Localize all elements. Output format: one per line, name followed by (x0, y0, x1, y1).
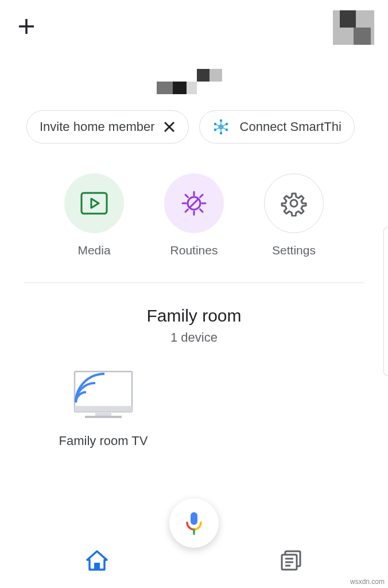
svg-line-27 (200, 195, 203, 198)
routines-label: Routines (170, 243, 218, 257)
svg-line-24 (185, 195, 188, 198)
watermark: wsxdn.com (350, 578, 385, 586)
edge-indicator (383, 227, 388, 376)
svg-line-19 (189, 199, 199, 208)
smartthings-icon (212, 118, 230, 136)
feed-icon (280, 549, 302, 572)
device-grid: Family room TV (0, 345, 388, 448)
svg-rect-31 (95, 413, 111, 416)
add-button[interactable] (16, 16, 37, 39)
media-button[interactable]: Media (64, 173, 124, 257)
nav-home[interactable] (0, 533, 194, 588)
divider (24, 283, 364, 283)
bottom-nav (0, 533, 388, 588)
svg-rect-35 (94, 563, 100, 570)
chip-connect-smartthings[interactable]: Connect SmartThi (199, 110, 355, 144)
svg-line-25 (200, 210, 203, 212)
svg-rect-33 (191, 512, 197, 525)
microphone-icon (184, 511, 204, 535)
avatar[interactable] (333, 10, 374, 45)
device-family-room-tv[interactable]: Family room TV (46, 370, 161, 448)
gear-icon (281, 190, 307, 216)
svg-rect-32 (85, 416, 122, 418)
device-label: Family room TV (59, 434, 148, 448)
routines-button[interactable]: Routines (164, 173, 224, 257)
routines-icon (179, 188, 209, 218)
suggestion-chips: Invite home member Connect SmartThi (0, 110, 388, 144)
settings-label: Settings (272, 243, 316, 257)
room-header[interactable]: Family room 1 device (0, 306, 388, 345)
chip-invite-home-member[interactable]: Invite home member (26, 110, 189, 144)
media-label: Media (77, 243, 110, 257)
svg-rect-17 (82, 193, 107, 214)
home-icon (85, 549, 109, 572)
plus-icon (16, 16, 37, 37)
svg-rect-30 (75, 406, 132, 412)
svg-point-28 (290, 200, 297, 207)
chip-label: Connect SmartThi (240, 119, 342, 134)
room-device-count: 1 device (0, 330, 388, 345)
media-icon (80, 192, 108, 215)
chip-label: Invite home member (40, 119, 155, 134)
quick-actions: Media Routines Settings (0, 173, 388, 257)
settings-button[interactable]: Settings (264, 173, 324, 257)
header (0, 0, 388, 52)
room-name: Family room (0, 306, 388, 326)
svg-line-26 (185, 210, 188, 212)
close-icon[interactable] (163, 121, 176, 133)
home-name[interactable] (0, 69, 388, 99)
chromecast-tv-icon (72, 370, 134, 423)
